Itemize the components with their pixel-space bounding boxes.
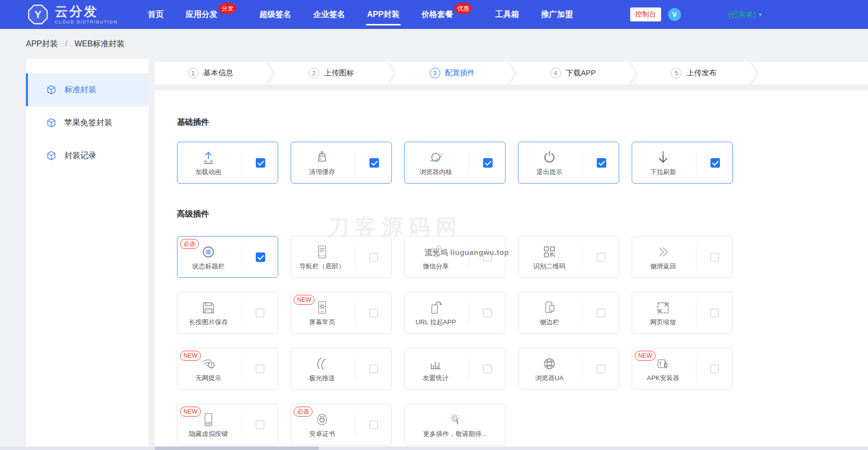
sidebar-item-标准封装[interactable]: 标准封装 <box>26 73 149 106</box>
plugin-checkbox[interactable] <box>256 365 264 373</box>
plugin-card-chevrons[interactable]: 侧滑返回 <box>632 236 733 278</box>
sidebar-item-封装记录[interactable]: 封装记录 <box>26 139 149 172</box>
card-divider <box>582 301 583 325</box>
plugin-label: 退出提示 <box>536 168 562 177</box>
advanced-plugins-title: 高级插件 <box>177 209 209 220</box>
card-divider <box>355 357 355 381</box>
card-divider <box>696 301 696 325</box>
plugin-checkbox[interactable] <box>710 309 719 317</box>
brand-logo[interactable]: Y 云分发 CLOUD DISTRIBUTION <box>27 3 118 25</box>
sidebar-item-苹果免签封装[interactable]: 苹果免签封装 <box>26 106 149 139</box>
plugin-card-brush[interactable]: 清理缓存 <box>291 142 392 184</box>
avatar[interactable]: V <box>668 8 681 21</box>
plugin-card-upload[interactable]: 加载动画 <box>177 142 278 184</box>
plugin-card-save[interactable]: 长按图片保存 <box>177 292 278 334</box>
nav-item-企业签名[interactable]: 企业签名 <box>313 0 345 29</box>
plugin-checkbox[interactable] <box>256 421 264 429</box>
wizard-step-基本信息[interactable]: 1基本信息 <box>155 68 266 78</box>
nav-item-label: 超级签名 <box>259 9 291 20</box>
card-divider <box>355 301 355 325</box>
chevron-down-icon: ▾ <box>759 11 762 18</box>
plugin-card-share[interactable]: 微信分享流光坞 liuguangwu.top <box>404 236 506 278</box>
chevrons-icon <box>656 244 671 259</box>
plugin-label: 长按图片保存 <box>189 318 228 327</box>
nav-item-首页[interactable]: 首页 <box>148 0 164 29</box>
nav-item-应用分发[interactable]: 应用分发分发 <box>185 0 217 29</box>
plugin-card-url-launch[interactable]: URL 拉起APP <box>404 292 506 334</box>
breadcrumb-item-parent[interactable]: APP封装 <box>26 39 58 48</box>
plugin-card-jpush[interactable]: 极光推送 <box>291 348 392 390</box>
plugin-card-power[interactable]: 退出提示 <box>518 142 619 184</box>
nav-item-label: 企业签名 <box>313 9 345 20</box>
plugin-card-planet[interactable]: 浏览器内核 <box>404 142 506 184</box>
plugin-card-globe[interactable]: 浏览器UA <box>518 348 619 390</box>
card-divider <box>696 151 696 175</box>
nav-item-工具箱[interactable]: 工具箱 <box>495 0 519 29</box>
wizard-step-配置插件[interactable]: 3配置插件 <box>396 68 508 78</box>
wizard-step-上传发布[interactable]: 5上传发布 <box>638 68 750 78</box>
plugin-card-gear-more[interactable]: 更多插件，敬请期待... <box>404 404 506 446</box>
plugin-checkbox[interactable] <box>256 158 265 168</box>
nav-item-超级签名[interactable]: 超级签名 <box>259 0 291 29</box>
plugin-card-qrcode[interactable]: 识别二维码 <box>518 236 619 278</box>
content-panel: 刀客源码网 基础插件 加载动画清理缓存浏览器内核退出提示下拉刷新 高级插件 状态… <box>155 90 868 450</box>
plugin-label: 微信分享 <box>423 262 449 271</box>
plugin-checkbox[interactable] <box>483 158 493 168</box>
step-label: 配置插件 <box>445 68 475 78</box>
plugin-card-navbar[interactable]: 导航栏（底部） <box>291 236 392 278</box>
plugin-card-phone-keys[interactable]: 隐藏虚拟按键NEW <box>177 404 278 446</box>
plugin-checkbox[interactable] <box>369 309 378 317</box>
plugin-card-android[interactable]: 安卓证书必选 <box>291 404 392 446</box>
plugin-label: 浏览器UA <box>535 374 563 383</box>
plugin-label: APK安装器 <box>647 374 679 383</box>
scrollbar-thumb[interactable] <box>155 447 319 450</box>
screen-bright-icon <box>315 300 330 315</box>
zoom-icon <box>656 300 671 315</box>
plugin-checkbox[interactable] <box>483 365 492 373</box>
card-divider <box>355 245 355 269</box>
nav-item-APP封装[interactable]: APP封装 <box>367 0 399 29</box>
plugin-checkbox[interactable] <box>369 421 378 429</box>
wizard-step-下载APP[interactable]: 4下载APP <box>517 68 629 78</box>
nav-item-价格套餐[interactable]: 价格套餐优惠 <box>421 0 453 29</box>
sidebar-item-label: 苹果免签封装 <box>64 118 112 128</box>
wizard-step-上传图标[interactable]: 2上传图标 <box>275 68 387 78</box>
nav-item-label: 首页 <box>148 9 164 20</box>
nav-item-label: 推广加盟 <box>541 9 573 20</box>
plugin-checkbox[interactable] <box>597 253 605 261</box>
cube-icon <box>46 150 57 161</box>
card-divider <box>582 151 583 175</box>
step-separator-icon <box>508 62 517 85</box>
save-icon <box>201 300 216 315</box>
plugin-card-apk[interactable]: APK安装器NEW <box>632 348 733 390</box>
horizontal-scrollbar[interactable] <box>0 447 868 450</box>
account-status[interactable]: (已实名) ▾ <box>728 10 762 19</box>
new-badge: NEW <box>180 407 201 417</box>
plugin-checkbox[interactable] <box>710 158 720 168</box>
plugin-checkbox[interactable] <box>369 365 378 373</box>
plugin-card-chart[interactable]: 友盟统计 <box>404 348 506 390</box>
plugin-checkbox[interactable] <box>483 309 492 317</box>
plugin-card-wifi-off[interactable]: 无网提示NEW <box>177 348 278 390</box>
plugin-checkbox[interactable] <box>710 365 719 373</box>
url-launch-icon <box>428 300 443 315</box>
step-wizard: 1基本信息2上传图标3配置插件4下载APP5上传发布 <box>155 62 868 84</box>
plugin-checkbox[interactable] <box>597 365 605 373</box>
plugin-checkbox[interactable] <box>256 309 264 317</box>
plugin-checkbox[interactable] <box>256 252 265 262</box>
plugin-card-screen-bright[interactable]: 屏幕常亮NEW <box>291 292 392 334</box>
plugin-card-sidepanel[interactable]: 侧边栏 <box>518 292 619 334</box>
plugin-checkbox[interactable] <box>597 309 605 317</box>
verified-label: (已实名) <box>728 10 756 19</box>
console-button[interactable]: 控制台 <box>630 7 661 21</box>
plugin-checkbox[interactable] <box>710 253 719 261</box>
plugin-card-pull-refresh[interactable]: 下拉刷新 <box>632 142 733 184</box>
plugin-card-statusbar[interactable]: 状态标题栏必选 <box>177 236 278 278</box>
nav-item-推广加盟[interactable]: 推广加盟 <box>541 0 573 29</box>
step-label: 基本信息 <box>203 68 233 78</box>
plugin-checkbox[interactable] <box>369 158 379 168</box>
plugin-card-zoom[interactable]: 网页缩放 <box>632 292 733 334</box>
plugin-checkbox[interactable] <box>369 253 378 261</box>
breadcrumb-item-current: WEB标准封装 <box>74 39 124 48</box>
plugin-checkbox[interactable] <box>597 158 606 168</box>
